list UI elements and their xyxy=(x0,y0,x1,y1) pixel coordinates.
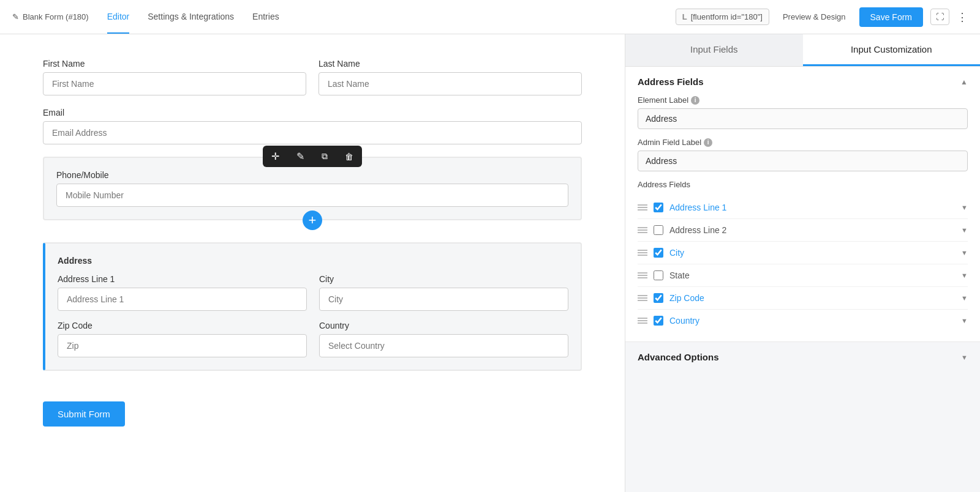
address-fields-subtitle-label: Address Fields xyxy=(638,180,968,189)
block-toolbar: ✛ ✎ ⧉ 🗑 xyxy=(263,146,362,167)
element-label-info-icon[interactable]: i xyxy=(691,96,699,105)
first-name-input[interactable] xyxy=(43,72,306,95)
section-header[interactable]: Address Fields ▲ xyxy=(638,76,968,87)
collapse-chevron-icon: ▲ xyxy=(960,78,968,86)
tab-input-fields[interactable]: Input Fields xyxy=(625,34,803,66)
element-label-input[interactable] xyxy=(638,108,968,129)
drag-handle-icon[interactable] xyxy=(638,272,647,278)
address-fields-section-title: Address Fields xyxy=(638,76,704,87)
address-field-item: State▼ xyxy=(638,264,968,287)
shortcode-text: [fluentform id="180"] xyxy=(691,12,763,21)
phone-field: Phone/Mobile xyxy=(56,170,568,207)
country-input[interactable] xyxy=(319,334,568,357)
drag-handle-icon[interactable] xyxy=(638,227,647,233)
email-row: Email xyxy=(43,108,582,144)
email-input[interactable] xyxy=(43,121,582,144)
field-expand-chevron-icon[interactable]: ▼ xyxy=(961,249,968,256)
tab-settings[interactable]: Settings & Integrations xyxy=(148,1,234,34)
last-name-label: Last Name xyxy=(318,59,582,69)
field-checkbox[interactable] xyxy=(654,293,663,303)
admin-field-label-info-icon[interactable]: i xyxy=(704,138,712,147)
zip-field: Zip Code xyxy=(58,321,307,357)
city-field: City xyxy=(319,274,568,311)
blank-form-title: ✎ Blank Form (#180) xyxy=(12,12,89,21)
shortcode-box[interactable]: L [fluentform id="180"] xyxy=(676,9,769,25)
panel-address-section: Address Fields ▲ Element Label i Admin F… xyxy=(625,67,980,342)
address-field-item: Country▼ xyxy=(638,310,968,332)
city-label: City xyxy=(319,274,568,284)
phone-block: ✛ ✎ ⧉ 🗑 Phone/Mobile xyxy=(43,157,582,220)
toolbar-copy-button[interactable]: ⧉ xyxy=(313,146,336,166)
field-checkbox[interactable] xyxy=(654,203,663,212)
country-field: Country xyxy=(319,321,568,357)
add-field-button[interactable]: + xyxy=(303,211,322,230)
last-name-field: Last Name xyxy=(318,59,582,95)
field-checkbox[interactable] xyxy=(654,248,663,258)
name-row: First Name Last Name xyxy=(43,59,582,95)
address-line1-field: Address Line 1 xyxy=(58,274,307,311)
copy-icon: ⧉ xyxy=(322,151,328,162)
field-name-label: Zip Code xyxy=(669,293,955,303)
advanced-options-header[interactable]: Advanced Options ▼ xyxy=(638,352,968,362)
advanced-options-section: Advanced Options ▼ xyxy=(625,342,980,372)
advanced-options-title: Advanced Options xyxy=(638,352,719,362)
city-input[interactable] xyxy=(319,288,568,311)
form-section: First Name Last Name Email xyxy=(43,59,582,427)
drag-handle-icon[interactable] xyxy=(638,250,647,256)
preview-design-button[interactable]: Preview & Design xyxy=(777,9,852,25)
field-expand-chevron-icon[interactable]: ▼ xyxy=(961,226,968,234)
admin-field-label-text: Admin Field Label xyxy=(638,138,701,147)
nav-left: ✎ Blank Form (#180) Editor Settings & In… xyxy=(12,1,676,34)
field-expand-chevron-icon[interactable]: ▼ xyxy=(961,317,968,324)
field-name-label: State xyxy=(669,270,955,280)
first-name-label: First Name xyxy=(43,59,306,69)
phone-label: Phone/Mobile xyxy=(56,170,568,180)
advanced-chevron-icon: ▼ xyxy=(961,354,968,361)
fullscreen-button[interactable]: ⛶ xyxy=(930,9,949,25)
drag-handle-icon[interactable] xyxy=(638,204,647,211)
address-field-item: Address Line 1▼ xyxy=(638,196,968,219)
last-name-input[interactable] xyxy=(318,72,582,95)
address-line1-label: Address Line 1 xyxy=(58,274,307,284)
address-grid: Address Line 1 City Zip Code xyxy=(58,274,568,357)
address-field-item: City▼ xyxy=(638,242,968,264)
country-label: Country xyxy=(319,321,568,330)
tab-entries[interactable]: Entries xyxy=(252,1,279,34)
zip-label: Zip Code xyxy=(58,321,307,330)
delete-icon: 🗑 xyxy=(345,152,353,162)
field-expand-chevron-icon[interactable]: ▼ xyxy=(961,272,968,279)
drag-handle-icon[interactable] xyxy=(638,318,647,324)
right-panel: Input Fields Input Customization Address… xyxy=(625,34,980,492)
tab-input-customization[interactable]: Input Customization xyxy=(803,34,981,66)
submit-form-button[interactable]: Submit Form xyxy=(43,401,125,427)
field-expand-chevron-icon[interactable]: ▼ xyxy=(961,294,968,302)
tab-editor[interactable]: Editor xyxy=(107,1,130,34)
phone-input[interactable] xyxy=(56,184,568,207)
admin-field-label-input[interactable] xyxy=(638,151,968,171)
field-checkbox[interactable] xyxy=(654,270,663,280)
field-checkbox[interactable] xyxy=(654,225,663,235)
nav-right: L [fluentform id="180"] Preview & Design… xyxy=(676,7,968,27)
address-line1-input[interactable] xyxy=(58,288,307,311)
element-label-text: Element Label xyxy=(638,95,688,105)
zip-input[interactable] xyxy=(58,334,307,357)
email-field: Email xyxy=(43,108,582,144)
form-title-label: Blank Form (#180) xyxy=(23,12,89,21)
field-expand-chevron-icon[interactable]: ▼ xyxy=(961,204,968,211)
editor-area: First Name Last Name Email xyxy=(0,34,625,492)
field-checkbox[interactable] xyxy=(654,316,663,326)
toolbar-edit-button[interactable]: ✎ xyxy=(288,146,313,167)
more-options-button[interactable]: ⋮ xyxy=(957,10,968,24)
save-form-button[interactable]: Save Form xyxy=(859,7,923,27)
main-layout: First Name Last Name Email xyxy=(0,34,980,492)
element-label-row: Element Label i xyxy=(638,95,968,105)
more-icon: ⋮ xyxy=(957,11,968,23)
address-block: Address Address Line 1 City Zip Code xyxy=(43,242,582,371)
address-block-title: Address xyxy=(58,256,568,266)
field-name-label: City xyxy=(669,248,955,258)
toolbar-move-button[interactable]: ✛ xyxy=(263,146,288,167)
toolbar-delete-button[interactable]: 🗑 xyxy=(336,147,362,166)
edit-icon: ✎ xyxy=(296,151,304,162)
drag-handle-icon[interactable] xyxy=(638,295,647,301)
address-fields-subtitle: Address Fields xyxy=(638,180,690,189)
